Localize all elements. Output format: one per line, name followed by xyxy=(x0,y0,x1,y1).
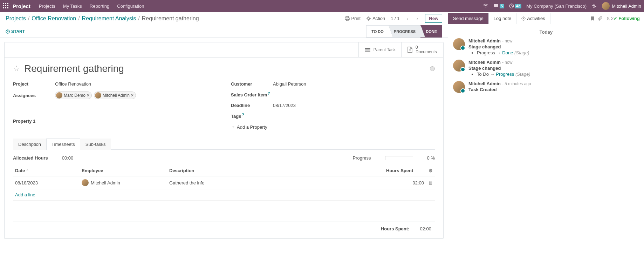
allocated-hours-label: Allocated Hours xyxy=(13,155,48,161)
assignee-chip[interactable]: Mitchell Admin× xyxy=(94,92,136,99)
svg-rect-6 xyxy=(365,48,370,49)
cell-description[interactable]: Gathered the info xyxy=(167,176,384,189)
allocated-hours-value[interactable]: 00:00 xyxy=(62,155,74,161)
print-button[interactable]: Print xyxy=(345,16,361,21)
menu-my-tasks[interactable]: My Tasks xyxy=(63,4,82,9)
wifi-icon[interactable] xyxy=(483,4,488,8)
following-button[interactable]: ✓ Following xyxy=(614,16,640,21)
customer-value[interactable]: Abigail Peterson xyxy=(273,81,435,87)
add-property-button[interactable]: ＋Add a Property xyxy=(231,124,267,130)
attachment-icon[interactable] xyxy=(598,16,603,21)
new-button[interactable]: New xyxy=(425,14,442,23)
activities-icon[interactable]: 42 xyxy=(509,4,521,8)
property1-label: Property 1 xyxy=(13,119,55,124)
chatter: Send message Log note Activities 2 ✓ Fol… xyxy=(448,12,644,270)
stage-progress[interactable]: PROGRESS xyxy=(389,25,421,38)
kanban-state-icon[interactable] xyxy=(430,66,435,71)
company-selector[interactable]: My Company (San Francisco) xyxy=(526,4,587,9)
debug-icon[interactable] xyxy=(591,3,597,9)
message: Mitchell Admin- now Stage changed To Do … xyxy=(453,58,639,79)
tab-timesheets[interactable]: Timesheets xyxy=(46,139,80,150)
svg-point-4 xyxy=(368,18,370,20)
avatar[interactable] xyxy=(453,38,465,50)
action-button[interactable]: Action xyxy=(366,16,385,21)
svg-point-10 xyxy=(608,17,609,19)
breadcrumb-current: Requirement gathering xyxy=(142,15,199,22)
tracking-link[interactable]: Done xyxy=(502,50,513,55)
message-subject: Stage changed xyxy=(468,44,639,49)
user-menu[interactable]: Mitchell Admin xyxy=(602,2,641,10)
table-row[interactable]: 08/18/2023 Mitchell Admin Gathered the i… xyxy=(13,176,435,189)
tabs: Description Timesheets Sub-tasks xyxy=(13,139,435,150)
total-value: 02:00 xyxy=(420,226,431,231)
menu-configuration[interactable]: Configuration xyxy=(117,4,144,9)
assignees-label: Assignees xyxy=(13,93,55,98)
priority-star-icon[interactable]: ☆ xyxy=(13,64,20,73)
tab-description[interactable]: Description xyxy=(13,139,46,150)
assignees-value[interactable]: Marc Demo× Mitchell Admin× xyxy=(55,92,217,100)
chat-day-separator: Today xyxy=(453,28,639,36)
parent-task-button[interactable]: Parent Task xyxy=(358,42,401,57)
deadline-value[interactable]: 08/17/2023 xyxy=(273,103,435,108)
apps-icon[interactable] xyxy=(3,3,9,9)
activities-button[interactable]: Activities xyxy=(516,13,550,24)
remove-icon[interactable]: × xyxy=(87,93,89,98)
form-sheet: Parent Task 0Documents ☆ Requirement gat… xyxy=(4,42,444,239)
messages-icon[interactable]: 5 xyxy=(493,4,505,8)
progress-label: Progress xyxy=(353,155,371,161)
start-button[interactable]: START xyxy=(6,29,25,34)
message-author[interactable]: Mitchell Admin xyxy=(468,81,501,86)
progress-bar xyxy=(385,156,413,160)
log-note-button[interactable]: Log note xyxy=(489,13,517,24)
message-subject: Task Created xyxy=(468,87,639,92)
pager-next-icon[interactable]: › xyxy=(415,16,419,21)
col-date[interactable]: Date xyxy=(13,165,80,176)
svg-rect-7 xyxy=(365,49,370,50)
adjust-columns-icon[interactable]: ⚙ xyxy=(429,168,433,173)
breadcrumb-link[interactable]: Office Renovation xyxy=(32,15,76,22)
pager-prev-icon[interactable]: ‹ xyxy=(405,16,410,21)
breadcrumb-link[interactable]: Projects xyxy=(6,15,26,22)
tab-subtasks[interactable]: Sub-tasks xyxy=(80,139,111,150)
menu-projects[interactable]: Projects xyxy=(39,4,55,9)
progress-value: 0 % xyxy=(427,155,435,161)
menu-reporting[interactable]: Reporting xyxy=(90,4,109,9)
col-hours[interactable]: Hours Spent xyxy=(384,165,426,176)
assignee-chip[interactable]: Marc Demo× xyxy=(55,92,92,99)
svg-rect-1 xyxy=(346,16,349,18)
task-title[interactable]: Requirement gathering xyxy=(24,63,124,74)
help-icon[interactable]: ? xyxy=(242,113,244,117)
cell-hours[interactable]: 02:00 xyxy=(384,176,426,189)
cell-employee[interactable]: Mitchell Admin xyxy=(82,179,165,186)
send-message-button[interactable]: Send message xyxy=(448,13,489,24)
message: Mitchell Admin- now Stage changed Progre… xyxy=(453,36,639,58)
avatar[interactable] xyxy=(453,81,465,93)
message-author[interactable]: Mitchell Admin xyxy=(468,38,501,43)
parent-task-icon xyxy=(364,47,371,53)
tracking-link[interactable]: Progress xyxy=(496,72,514,77)
remove-icon[interactable]: × xyxy=(131,93,133,98)
stage-todo[interactable]: TO DO xyxy=(366,25,389,38)
pager: 1 / 1 xyxy=(391,16,399,21)
documents-button[interactable]: 0Documents xyxy=(401,42,443,57)
plus-icon: ＋ xyxy=(231,124,235,130)
add-line-button[interactable]: Add a line xyxy=(15,192,35,197)
avatar[interactable] xyxy=(453,60,465,72)
project-value[interactable]: Office Renovation xyxy=(55,81,217,87)
help-icon[interactable]: ? xyxy=(268,92,270,95)
customer-label: Customer xyxy=(231,81,273,87)
deadline-label: Deadline xyxy=(231,103,273,108)
delete-row-icon[interactable]: 🗑 xyxy=(428,180,433,185)
tags-label: Tags? xyxy=(231,113,273,119)
avatar xyxy=(82,179,89,186)
follower-count[interactable]: 2 xyxy=(606,16,614,21)
col-description[interactable]: Description xyxy=(167,165,384,176)
cell-date[interactable]: 08/18/2023 xyxy=(13,176,80,189)
sales-order-label: Sales Order Item? xyxy=(231,92,273,97)
app-name: Project xyxy=(13,3,30,9)
svg-rect-8 xyxy=(365,51,370,52)
bookmark-icon[interactable] xyxy=(590,16,595,21)
col-employee[interactable]: Employee xyxy=(80,165,167,176)
breadcrumb-link[interactable]: Requirement Analysis xyxy=(82,15,136,22)
message-author[interactable]: Mitchell Admin xyxy=(468,60,501,65)
